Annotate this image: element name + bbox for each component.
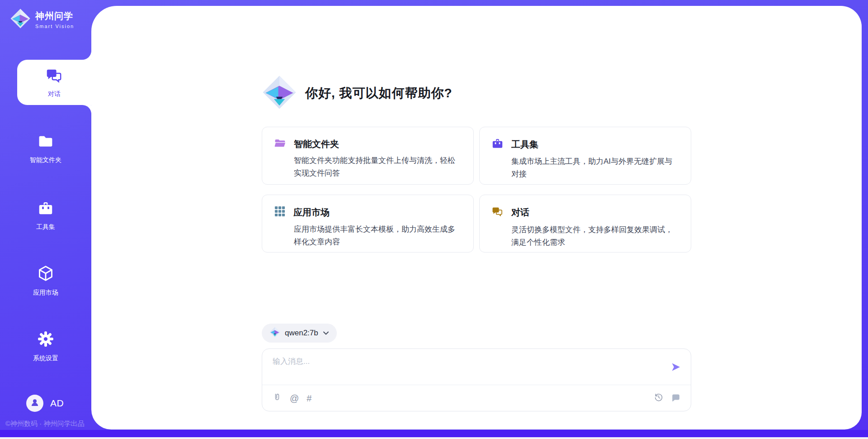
person-icon [29,397,40,410]
bottom-strip [0,430,868,437]
sidebar-item-toolbox[interactable]: 工具集 [0,200,91,231]
card-description: 集成市场上主流工具，助力AI与外界无缝扩展与对接 [511,155,679,181]
sidebar-item-label: 工具集 [36,223,55,231]
card-description: 灵活切换多模型文件，支持多样回复效果调试，满足个性化需求 [511,224,679,249]
message-input[interactable] [273,356,657,381]
user-initials: AD [50,398,64,409]
send-button[interactable] [670,362,682,373]
model-selector[interactable]: qwen2:7b [262,324,337,343]
card-smart-folder[interactable]: 智能文件夹 智能文件夹功能支持批量文件上传与清洗，轻松实现文件问答 [262,127,474,185]
toolbox-icon [491,138,504,151]
sidebar-item-app-market[interactable]: 应用市场 [0,265,91,297]
sidebar-item-label: 对话 [48,90,61,98]
card-description: 应用市场提供丰富长文本模板，助力高效生成多样化文章内容 [294,223,462,248]
horizontal-scrollbar-track[interactable] [0,437,868,439]
history-button[interactable] [654,392,664,404]
greeting: 你好, 我可以如何帮助你? [262,75,691,112]
card-app-market[interactable]: 应用市场 应用市场提供丰富长文本模板，助力高效生成多样化文章内容 [262,195,474,253]
sidebar-item-label: 系统设置 [33,354,58,363]
main-panel: 你好, 我可以如何帮助你? 智能文件夹 [91,6,862,429]
sidebar: 神州问学 Smart Vision 对话 智能文件夹 [0,0,91,430]
diamond-logo-icon [10,8,31,31]
history-icon [654,392,664,404]
sidebar-item-smart-folder[interactable]: 智能文件夹 [0,134,91,164]
attach-button[interactable] [272,392,282,404]
paperclip-icon [272,392,282,404]
card-title: 应用市场 [293,206,330,219]
chevron-down-icon [323,329,329,337]
sidebar-item-label: 智能文件夹 [30,156,61,164]
composer: @ # [262,348,691,411]
diamond-logo-icon [269,327,280,339]
sidebar-item-chat[interactable]: 对话 [17,60,91,105]
card-chat[interactable]: 对话 灵活切换多模型文件，支持多样回复效果调试，满足个性化需求 [479,195,691,253]
brand-name: 神州问学 [35,10,74,22]
hash-icon: # [307,394,311,403]
send-icon [670,367,681,374]
at-sign-icon: @ [290,394,299,403]
card-title: 对话 [511,206,529,219]
composer-toolbar: @ # [262,385,691,411]
brand-subtitle: Smart Vision [35,24,74,29]
greeting-title: 你好, 我可以如何帮助你? [305,85,453,102]
gear-icon [38,331,54,348]
app-root: 神州问学 Smart Vision 对话 智能文件夹 [0,0,868,430]
card-title: 工具集 [511,138,538,151]
feature-cards: 智能文件夹 智能文件夹功能支持批量文件上传与清洗，轻松实现文件问答 [262,127,691,253]
toolbox-icon [38,200,54,217]
avatar[interactable] [26,395,43,412]
copyright-text: ©神州数码 · 神州问学出品 [5,420,84,428]
diamond-logo-icon [262,75,297,112]
sidebar-item-label: 应用市场 [33,289,58,297]
grid-icon [274,205,286,219]
new-message-button[interactable] [671,392,681,404]
user-row: AD [26,395,64,412]
card-title: 智能文件夹 [294,138,339,150]
folder-open-icon [274,138,286,150]
message-icon [671,392,681,404]
model-name: qwen2:7b [285,329,318,338]
cube-icon [38,265,54,283]
card-description: 智能文件夹功能支持批量文件上传与清洗，轻松实现文件问答 [294,154,462,180]
mention-button[interactable]: @ [290,394,299,403]
chat-bubbles-icon [491,205,504,220]
topic-button[interactable]: # [307,394,311,403]
folder-icon [38,134,54,150]
brand: 神州问学 Smart Vision [10,8,74,31]
card-toolbox[interactable]: 工具集 集成市场上主流工具，助力AI与外界无缝扩展与对接 [479,127,691,185]
sidebar-item-settings[interactable]: 系统设置 [0,331,91,363]
chat-bubbles-icon [45,67,63,86]
